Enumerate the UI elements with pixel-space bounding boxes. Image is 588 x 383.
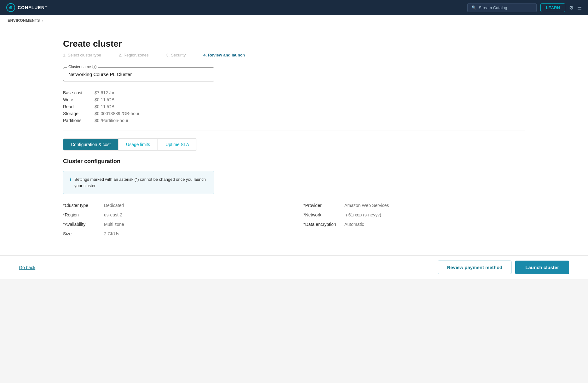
main-content: Create cluster 1. Select cluster type 2.… [0,26,588,255]
step-1-num: 1. [63,53,66,57]
cost-row-base: Base cost $7.612 /hr [63,90,525,95]
step-4-label: Review and launch [208,53,245,57]
config-data-encryption: *Data encryption Automatic [303,222,525,227]
learn-button[interactable]: LEARN [540,3,565,12]
breadcrumb-arrow: › [42,18,43,23]
config-val-provider: Amazon Web Services [344,203,389,208]
tab-usage-limits[interactable]: Usage limits [118,139,158,150]
config-val-region: us-east-2 [104,212,122,217]
config-size: Size 2 CKUs [63,231,285,236]
step-1-label: Select cluster type [68,53,101,57]
cluster-name-label: Cluster name i [67,65,98,69]
cost-label-storage: Storage [63,111,95,116]
config-key-size: Size [63,231,104,236]
info-box-text: Settings marked with an asterisk (*) can… [74,176,208,189]
config-val-availability: Multi zone [104,222,124,227]
review-payment-button[interactable]: Review payment method [438,261,511,274]
config-availability: *Availability Multi zone [63,222,285,227]
step-line-2 [151,55,164,55]
nav-right: 🔍 Stream Catalog LEARN ⚙ ☰ [467,3,582,12]
go-back-button[interactable]: Go back [19,265,35,270]
cluster-config-title: Cluster configuration [63,158,525,165]
launch-cluster-button[interactable]: Launch cluster [515,261,569,274]
config-right: *Provider Amazon Web Services *Network n… [303,203,525,236]
cluster-name-label-text: Cluster name [68,65,91,69]
step-4: 4. Review and launch [203,53,245,57]
footer-actions: Review payment method Launch cluster [438,261,569,274]
stepper: 1. Select cluster type 2. Region/zones 3… [63,53,525,57]
cluster-name-input[interactable] [68,72,209,77]
cost-row-storage: Storage $0.00013889 /GB-hour [63,111,525,116]
step-3-num: 3. [166,53,170,57]
config-cluster-type: *Cluster type Dedicated [63,203,285,208]
settings-icon[interactable]: ⚙ [569,5,574,11]
cost-value-storage: $0.00013889 /GB-hour [95,111,139,116]
config-network: *Network n-61rxop (s-neyyv) [303,212,525,217]
tab-uptime-sla[interactable]: Uptime SLA [158,139,197,150]
cost-table: Base cost $7.612 /hr Write $0.11 /GB Rea… [63,90,525,123]
tab-configuration-cost[interactable]: Configuration & cost [63,139,118,150]
tabs: Configuration & cost Usage limits Uptime… [63,138,197,150]
search-bar[interactable]: 🔍 Stream Catalog [467,3,537,12]
cost-value-read: $0.11 /GB [95,104,114,109]
menu-icon[interactable]: ☰ [577,5,582,11]
config-val-size: 2 CKUs [104,231,119,236]
config-provider: *Provider Amazon Web Services [303,203,525,208]
config-info-box: ℹ Settings marked with an asterisk (*) c… [63,171,214,194]
config-key-data-encryption: *Data encryption [303,222,344,227]
config-left: *Cluster type Dedicated *Region us-east-… [63,203,285,236]
top-navigation: ⊕ CONFLUENT 🔍 Stream Catalog LEARN ⚙ ☰ [0,0,588,15]
cost-label-base: Base cost [63,90,95,95]
search-icon: 🔍 [471,5,476,10]
config-key-cluster-type: *Cluster type [63,203,104,208]
logo-text: CONFLUENT [18,5,48,10]
step-3-label: Security [171,53,186,57]
config-key-region: *Region [63,212,104,217]
info-box-icon: ℹ [70,177,71,182]
cost-row-read: Read $0.11 /GB [63,104,525,109]
step-line-1 [104,55,116,55]
config-key-provider: *Provider [303,203,344,208]
config-key-availability: *Availability [63,222,104,227]
footer: Go back Review payment method Launch clu… [0,255,588,279]
step-2-num: 2. [119,53,122,57]
step-2: 2. Region/zones [119,53,148,57]
cost-row-write: Write $0.11 /GB [63,97,525,102]
step-3: 3. Security [166,53,186,57]
cost-value-partitions: $0 /Partition-hour [95,118,128,123]
logo-section: ⊕ CONFLUENT [6,3,48,12]
page-title: Create cluster [63,39,525,49]
breadcrumb: ENVIRONMENTS › [0,15,588,26]
config-val-data-encryption: Automatic [344,222,364,227]
config-grid: *Cluster type Dedicated *Region us-east-… [63,203,525,236]
cluster-name-field: Cluster name i [63,68,214,81]
search-placeholder: Stream Catalog [479,5,507,10]
cost-value-write: $0.11 /GB [95,97,114,102]
config-key-network: *Network [303,212,344,217]
config-val-network: n-61rxop (s-neyyv) [344,212,381,217]
cluster-name-section: Cluster name i [63,68,525,81]
divider [63,131,525,131]
step-4-num: 4. [203,53,207,57]
breadcrumb-label[interactable]: ENVIRONMENTS [8,18,40,23]
config-val-cluster-type: Dedicated [104,203,124,208]
config-region: *Region us-east-2 [63,212,285,217]
cost-value-base: $7.612 /hr [95,90,114,95]
step-2-label: Region/zones [124,53,149,57]
cost-label-read: Read [63,104,95,109]
logo-icon: ⊕ [6,3,15,12]
info-icon[interactable]: i [92,65,96,69]
step-1: 1. Select cluster type [63,53,101,57]
step-line-3 [188,55,201,55]
cost-row-partitions: Partitions $0 /Partition-hour [63,118,525,123]
cost-label-write: Write [63,97,95,102]
cost-label-partitions: Partitions [63,118,95,123]
